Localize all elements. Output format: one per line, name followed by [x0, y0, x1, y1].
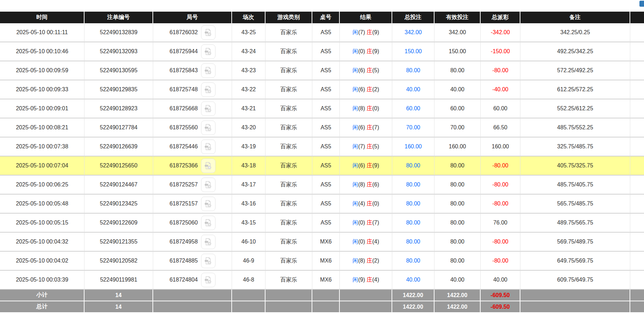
total-bet-link[interactable]: 40.00	[406, 277, 420, 283]
video-replay-button[interactable]	[201, 101, 215, 116]
video-replay-button[interactable]	[201, 159, 215, 173]
cell-total-bet: 160.00	[392, 137, 434, 156]
cell-extra	[630, 137, 644, 156]
result-banker: 庄	[367, 181, 372, 187]
table-foot: 小计141422.001422.00-609.50总计141422.001422…	[0, 290, 644, 313]
total-bet-link[interactable]: 342.00	[405, 29, 422, 35]
round-no: 618724958	[169, 239, 198, 245]
cell-round-no: 618726032	[153, 23, 232, 42]
round-no: 618725668	[169, 105, 198, 112]
sum-label: 总计	[0, 301, 85, 313]
table-row[interactable]: 2025-05-10 00:09:01522490128923618725668…	[0, 99, 644, 118]
cell-session: 43-15	[232, 214, 265, 233]
total-bet-link[interactable]: 150.00	[405, 48, 422, 54]
table-row[interactable]: 2025-05-10 00:04:32522490121355618724958…	[0, 233, 644, 252]
video-replay-file-icon	[204, 199, 212, 208]
total-bet-link[interactable]: 70.00	[406, 124, 420, 130]
cell-round-no: 618725366	[153, 156, 232, 176]
total-bet-link[interactable]: 40.00	[406, 86, 420, 92]
video-replay-button[interactable]	[201, 216, 215, 230]
total-bet-link[interactable]: 80.00	[406, 181, 420, 187]
table-row[interactable]: 2025-05-10 00:05:15522490122609618725060…	[0, 214, 644, 233]
cell-bet-no: 522490132839	[85, 23, 153, 42]
cell-session: 43-19	[232, 137, 265, 156]
cell-table-no: AS5	[312, 42, 340, 61]
table-row[interactable]: 2025-05-10 00:05:48522490123425618725157…	[0, 195, 644, 214]
total-bet-link[interactable]: 60.00	[406, 105, 420, 111]
cell-total-bet: 80.00	[392, 195, 434, 214]
cell-result: 闲(8) 庄(0)	[340, 99, 392, 118]
table-row[interactable]: 2025-05-10 00:07:38522490126639618725446…	[0, 137, 644, 156]
sum-extra	[630, 301, 644, 313]
cell-table-no: MX6	[312, 233, 340, 252]
cell-table-no: AS5	[312, 99, 340, 118]
table-row[interactable]: 2025-05-10 00:10:46522490132093618725944…	[0, 42, 644, 61]
partial-button[interactable]	[639, 1, 644, 7]
cell-remark: 565.75/485.75	[520, 195, 630, 214]
video-replay-button[interactable]	[201, 25, 215, 40]
cell-table-no: AS5	[312, 118, 340, 137]
table-row[interactable]: 2025-05-10 00:09:59522490130595618725843…	[0, 61, 644, 80]
video-replay-button[interactable]	[201, 178, 215, 192]
cell-time: 2025-05-10 00:09:01	[0, 99, 85, 118]
sum-total-bet: 1422.00	[392, 290, 434, 301]
table-row[interactable]: 2025-05-10 00:06:25522490124467618725257…	[0, 176, 644, 195]
video-replay-file-icon	[204, 66, 212, 75]
col-round-no: 局号	[153, 12, 232, 23]
cell-extra	[630, 156, 644, 176]
cell-extra	[630, 118, 644, 137]
cell-table-no: AS5	[312, 80, 340, 99]
video-replay-button[interactable]	[201, 63, 215, 78]
table-row[interactable]: 2025-05-10 00:08:21522490127784618725560…	[0, 118, 644, 137]
col-result: 结果	[340, 12, 392, 23]
cell-extra	[630, 80, 644, 99]
sum-session	[232, 301, 265, 313]
total-bet-link[interactable]: 80.00	[406, 162, 420, 168]
table-row[interactable]: 2025-05-10 00:03:39522490119981618724804…	[0, 271, 644, 290]
cell-payout: 76.00	[481, 214, 520, 233]
table-row[interactable]: 2025-05-10 00:09:33522490129835618725748…	[0, 80, 644, 99]
total-bet-link[interactable]: 80.00	[406, 258, 420, 264]
cell-total-bet: 150.00	[392, 42, 434, 61]
video-replay-button[interactable]	[201, 197, 215, 211]
round-no: 618724804	[169, 277, 198, 283]
total-bet-link[interactable]: 80.00	[406, 201, 420, 207]
total-bet-link[interactable]: 80.00	[406, 239, 420, 245]
video-replay-button[interactable]	[201, 273, 215, 287]
video-replay-button[interactable]	[201, 235, 215, 249]
cell-result: 闲(4) 庄(0)	[340, 195, 392, 214]
video-replay-file-icon	[204, 218, 212, 227]
total-bet-link[interactable]: 80.00	[406, 220, 420, 226]
cell-table-no: MX6	[312, 271, 340, 290]
video-replay-file-icon	[204, 47, 212, 56]
cell-payout: 60.00	[481, 99, 520, 118]
video-replay-button[interactable]	[201, 121, 215, 135]
subtotal-row: 小计141422.001422.00-609.50	[0, 290, 644, 301]
table-body: 2025-05-10 00:11:11522490132839618726032…	[0, 23, 644, 290]
cell-result: 闲(6) 庄(9)	[340, 156, 392, 176]
total-bet-link[interactable]: 80.00	[406, 67, 420, 73]
table-row[interactable]: 2025-05-10 00:11:11522490132839618726032…	[0, 23, 644, 42]
total-bet-link[interactable]: 160.00	[405, 143, 422, 149]
table-row[interactable]: 2025-05-10 00:07:04522490125650618725366…	[0, 156, 644, 176]
result-banker: 庄	[367, 86, 372, 92]
cell-time: 2025-05-10 00:07:38	[0, 137, 85, 156]
cell-game-type: 百家乐	[265, 271, 312, 290]
video-replay-button[interactable]	[201, 254, 215, 268]
video-replay-button[interactable]	[201, 140, 215, 154]
cell-bet-no: 522490132093	[85, 42, 153, 61]
cell-payout: -80.00	[481, 176, 520, 195]
cell-total-bet: 40.00	[392, 80, 434, 99]
cell-payout: 66.50	[481, 118, 520, 137]
video-replay-file-icon	[204, 161, 212, 170]
cell-table-no: AS5	[312, 61, 340, 80]
cell-result: 闲(9) 庄(4)	[340, 271, 392, 290]
cell-bet-no: 522490128923	[85, 99, 153, 118]
cell-remark: 405.75/325.75	[520, 156, 630, 176]
video-replay-button[interactable]	[201, 82, 215, 97]
table-row[interactable]: 2025-05-10 00:04:02522490120582618724885…	[0, 252, 644, 271]
video-replay-button[interactable]	[201, 44, 215, 59]
result-player: 闲	[352, 105, 358, 111]
cell-result: 闲(6) 庄(7)	[340, 118, 392, 137]
cell-result: 闲(6) 庄(2)	[340, 80, 392, 99]
